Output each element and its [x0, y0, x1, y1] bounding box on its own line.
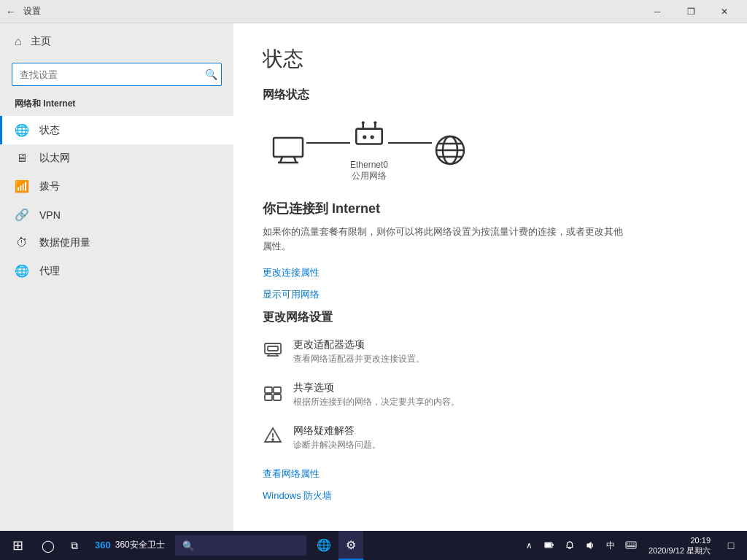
taskbar-network-icon: 🌐	[317, 538, 331, 552]
search-icon-button[interactable]: 🔍	[205, 69, 217, 80]
svg-point-10	[371, 135, 374, 139]
adapter-options-item[interactable]: 更改适配器选项 查看网络适配器并更改连接设置。	[263, 338, 718, 365]
connected-desc: 如果你的流量套餐有限制，则你可以将此网络设置为按流量计费的连接，或者更改其他属性…	[263, 225, 627, 253]
globe-icon	[432, 132, 468, 168]
clock-time: 20:19	[690, 535, 711, 545]
sidebar-item-proxy[interactable]: 🌐 代理	[0, 257, 233, 285]
search-input[interactable]	[12, 63, 222, 86]
computer-icon	[270, 132, 306, 168]
svg-rect-21	[265, 387, 272, 393]
troubleshoot-title: 网络疑难解答	[293, 424, 381, 438]
show-networks-link[interactable]: 显示可用网络	[263, 288, 718, 301]
taskbar: ⊞ ◯ ⧉ 360 360安全卫士 🔍 🌐 ⚙ ∧	[0, 531, 747, 560]
network-diagram: Ethernet0 公用网络	[270, 117, 718, 182]
sidebar-item-ethernet[interactable]: 🖥 以太网	[0, 144, 233, 172]
minimize-button[interactable]: ─	[640, 0, 674, 23]
troubleshoot-text: 网络疑难解答 诊断并解决网络问题。	[293, 424, 381, 451]
notification-button[interactable]: □	[719, 531, 743, 560]
sharing-options-item[interactable]: 共享选项 根据所连接到的网络，决定要共享的内容。	[263, 381, 718, 408]
dial-icon: 📶	[15, 179, 29, 193]
sharing-title: 共享选项	[293, 381, 460, 394]
maximize-button[interactable]: ❒	[674, 0, 708, 23]
svg-point-9	[363, 135, 366, 139]
sidebar-item-status[interactable]: 🌐 状态	[0, 116, 233, 144]
close-button[interactable]: ✕	[708, 0, 741, 23]
title-bar: ← 设置 ─ ❒ ✕	[0, 0, 747, 23]
svg-rect-22	[274, 387, 281, 393]
troubleshoot-desc: 诊断并解决网络问题。	[293, 439, 381, 451]
vpn-icon: 🔗	[15, 208, 29, 222]
taskbar-search-icon: 🔍	[182, 540, 194, 551]
tray-volume[interactable]	[581, 531, 599, 560]
svg-rect-17	[268, 346, 278, 351]
ethernet-label: Ethernet0 公用网络	[350, 160, 388, 182]
taskbar-app-network[interactable]: 🌐	[309, 531, 338, 560]
connected-title: 你已连接到 Internet	[263, 200, 718, 217]
cortana-button[interactable]: ◯	[35, 531, 61, 560]
search-box: 🔍	[12, 63, 222, 86]
taskbar-right: ∧ 中	[520, 531, 747, 560]
main-layout: ⌂ 主页 🔍 网络和 Internet 🌐 状态 🖥 以太网 📶 拨号 🔗 VP…	[0, 23, 747, 531]
taskbar-search-bar[interactable]: 🔍	[175, 535, 306, 556]
sharing-text: 共享选项 根据所连接到的网络，决定要共享的内容。	[293, 381, 460, 408]
sidebar-item-dial[interactable]: 📶 拨号	[0, 172, 233, 201]
tray-keyboard[interactable]	[622, 531, 640, 560]
troubleshoot-item[interactable]: 网络疑难解答 诊断并解决网络问题。	[263, 424, 718, 451]
sidebar-proxy-label: 代理	[39, 265, 60, 278]
svg-rect-4	[356, 129, 382, 144]
sidebar-home[interactable]: ⌂ 主页	[0, 23, 233, 60]
change-properties-link[interactable]: 更改连接属性	[263, 266, 718, 279]
task-view-button[interactable]: ⧉	[61, 531, 88, 560]
back-button[interactable]: ←	[6, 6, 16, 18]
taskbar-app-360[interactable]: 360 360安全卫士	[88, 531, 172, 560]
svg-rect-31	[546, 543, 551, 547]
line-2	[388, 142, 432, 144]
home-label: 主页	[31, 35, 51, 48]
window-title: 设置	[23, 5, 41, 18]
taskbar-app-settings[interactable]: ⚙	[338, 531, 363, 560]
adapter-title: 更改适配器选项	[293, 338, 425, 351]
troubleshoot-icon	[263, 426, 283, 449]
sidebar-item-vpn[interactable]: 🔗 VPN	[0, 201, 233, 229]
adapter-text: 更改适配器选项 查看网络适配器并更改连接设置。	[293, 338, 425, 365]
svg-point-27	[272, 439, 274, 440]
change-network-title: 更改网络设置	[263, 310, 718, 325]
title-bar-left: ← 设置	[6, 5, 41, 18]
taskbar-clock[interactable]: 20:19 2020/9/12 星期六	[643, 531, 716, 560]
sidebar-section-title: 网络和 Internet	[0, 95, 233, 116]
sidebar: ⌂ 主页 🔍 网络和 Internet 🌐 状态 🖥 以太网 📶 拨号 🔗 VP…	[0, 23, 233, 531]
start-button[interactable]: ⊞	[0, 531, 35, 560]
ethernet-icon: 🖥	[15, 152, 29, 165]
window-controls: ─ ❒ ✕	[640, 0, 741, 23]
network-properties-link[interactable]: 查看网络属性	[263, 467, 718, 481]
svg-rect-23	[265, 394, 272, 400]
home-icon: ⌂	[15, 35, 22, 48]
network-status-heading: 网络状态	[263, 88, 718, 103]
adapter-icon	[263, 340, 283, 363]
app-360-label: 360安全卫士	[115, 539, 165, 551]
app-360-icon: 360	[95, 540, 111, 551]
tray-battery[interactable]	[541, 531, 558, 560]
tray-ime-zh[interactable]: 中	[602, 531, 619, 560]
clock-date: 2020/9/12 星期六	[649, 545, 711, 556]
sharing-desc: 根据所连接到的网络，决定要共享的内容。	[293, 396, 460, 408]
status-icon: 🌐	[15, 123, 29, 137]
tray-bell[interactable]	[561, 531, 578, 560]
sidebar-item-data-usage[interactable]: ⏱ 数据使用量	[0, 229, 233, 257]
sharing-icon	[263, 383, 283, 406]
sidebar-data-usage-label: 数据使用量	[39, 236, 90, 249]
windows-firewall-link[interactable]: Windows 防火墙	[263, 489, 718, 502]
sidebar-dial-label: 拨号	[39, 180, 60, 193]
data-usage-icon: ⏱	[15, 236, 29, 249]
content-area: 状态 网络状态	[233, 23, 747, 531]
tray-up-arrow[interactable]: ∧	[520, 531, 538, 560]
sidebar-ethernet-label: 以太网	[39, 152, 70, 165]
taskbar-settings-icon: ⚙	[346, 538, 356, 552]
adapter-desc: 查看网络适配器并更改连接设置。	[293, 353, 425, 365]
sidebar-status-label: 状态	[39, 124, 60, 137]
line-1	[306, 142, 350, 144]
svg-rect-24	[274, 394, 281, 400]
svg-marker-34	[587, 542, 591, 548]
svg-point-8	[374, 121, 376, 124]
router-icon: Ethernet0 公用网络	[350, 117, 388, 182]
